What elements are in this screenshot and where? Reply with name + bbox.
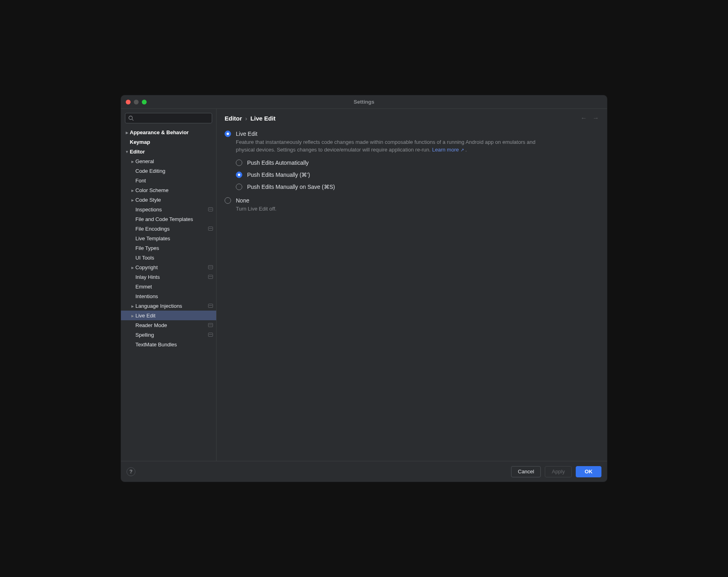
- desc-text: Feature that instantaneously reflects co…: [236, 139, 536, 153]
- tree-item-font[interactable]: Font: [121, 176, 216, 185]
- tree-item-label: Reader Mode: [135, 322, 167, 328]
- scope-badge-icon: [208, 333, 213, 337]
- none-label: None: [236, 197, 249, 204]
- tree-item-label: Live Edit: [135, 313, 155, 319]
- radio-icon: [236, 184, 242, 190]
- tree-item-label: UI Tools: [135, 255, 154, 261]
- tree-item-file-encodings[interactable]: File Encodings: [121, 224, 216, 233]
- settings-tree[interactable]: Appearance & BehaviorKeymapEditorGeneral…: [121, 126, 216, 461]
- scope-badge-icon: [208, 227, 213, 231]
- window-controls: [126, 95, 147, 108]
- none-radio-row[interactable]: None: [225, 197, 599, 204]
- tree-item-label: File and Code Templates: [135, 216, 193, 222]
- ok-button[interactable]: OK: [576, 466, 601, 477]
- live-edit-label: Live Edit: [236, 131, 258, 137]
- tree-item-inspections[interactable]: Inspections: [121, 205, 216, 214]
- history-nav: ← →: [581, 115, 599, 122]
- tree-item-label: Inspections: [135, 207, 162, 213]
- live-edit-description: Feature that instantaneously reflects co…: [236, 139, 541, 154]
- tree-item-label: Live Templates: [135, 235, 170, 241]
- tree-item-label: Code Style: [135, 197, 161, 203]
- learn-more-link[interactable]: Learn more ↗: [432, 147, 464, 153]
- tree-item-language-injections[interactable]: Language Injections: [121, 301, 216, 311]
- push-auto-label: Push Edits Automatically: [247, 160, 309, 166]
- push-auto-row[interactable]: Push Edits Automatically: [236, 160, 599, 166]
- tree-item-ui-tools[interactable]: UI Tools: [121, 253, 216, 262]
- scope-badge-icon: [208, 304, 213, 308]
- minimize-icon[interactable]: [134, 100, 139, 104]
- tree-item-label: TextMate Bundles: [135, 342, 177, 348]
- caret-right-icon[interactable]: [130, 188, 135, 192]
- live-edit-pane: Live Edit Feature that instantaneously r…: [225, 122, 599, 219]
- breadcrumb-sep: ›: [245, 115, 247, 122]
- svg-point-0: [129, 116, 133, 120]
- caret-down-icon[interactable]: [124, 149, 130, 154]
- footer: ? Cancel Apply OK: [121, 461, 607, 482]
- radio-icon: [236, 160, 242, 166]
- breadcrumb-editor[interactable]: Editor: [225, 115, 242, 122]
- desc-text-post: .: [464, 147, 467, 153]
- breadcrumb-row: Editor › Live Edit ← →: [225, 115, 599, 122]
- search-input[interactable]: [125, 113, 212, 123]
- push-on-save-row[interactable]: Push Edits Manually on Save (⌘S): [236, 184, 599, 190]
- tree-item-label: Color Scheme: [135, 187, 168, 193]
- tree-item-file-types[interactable]: File Types: [121, 243, 216, 253]
- titlebar: Settings: [121, 95, 607, 109]
- radio-icon: [225, 197, 231, 204]
- tree-item-label: Copyright: [135, 264, 158, 270]
- tree-item-label: Emmet: [135, 284, 152, 290]
- tree-item-live-templates[interactable]: Live Templates: [121, 233, 216, 243]
- push-on-save-label: Push Edits Manually on Save (⌘S): [247, 184, 335, 190]
- svg-line-1: [132, 119, 134, 121]
- live-edit-option: Live Edit Feature that instantaneously r…: [225, 131, 599, 192]
- forward-icon[interactable]: →: [593, 115, 599, 122]
- close-icon[interactable]: [126, 100, 131, 104]
- back-icon[interactable]: ←: [581, 115, 587, 122]
- caret-right-icon[interactable]: [130, 304, 135, 308]
- caret-right-icon[interactable]: [124, 130, 130, 135]
- caret-right-icon[interactable]: [130, 198, 135, 202]
- tree-item-editor[interactable]: Editor: [121, 147, 216, 156]
- caret-right-icon[interactable]: [130, 159, 135, 164]
- body: Appearance & BehaviorKeymapEditorGeneral…: [121, 109, 607, 461]
- tree-item-label: File Types: [135, 245, 159, 251]
- tree-item-keymap[interactable]: Keymap: [121, 137, 216, 147]
- tree-item-emmet[interactable]: Emmet: [121, 282, 216, 291]
- search-container: [121, 109, 216, 126]
- zoom-icon[interactable]: [142, 100, 147, 104]
- help-button[interactable]: ?: [127, 467, 135, 476]
- tree-item-intentions[interactable]: Intentions: [121, 291, 216, 301]
- breadcrumb: Editor › Live Edit: [225, 115, 276, 122]
- tree-item-code-editing[interactable]: Code Editing: [121, 166, 216, 176]
- tree-item-code-style[interactable]: Code Style: [121, 195, 216, 205]
- apply-button[interactable]: Apply: [545, 466, 572, 477]
- tree-item-general[interactable]: General: [121, 156, 216, 166]
- cancel-button[interactable]: Cancel: [511, 466, 541, 477]
- tree-item-label: Spelling: [135, 332, 154, 338]
- push-manual-row[interactable]: Push Edits Manually (⌘'): [236, 172, 599, 178]
- scope-badge-icon: [208, 207, 213, 211]
- live-edit-radio-row[interactable]: Live Edit: [225, 131, 599, 137]
- tree-item-reader-mode[interactable]: Reader Mode: [121, 320, 216, 330]
- tree-item-spelling[interactable]: Spelling: [121, 330, 216, 340]
- scope-badge-icon: [208, 275, 213, 279]
- tree-item-copyright[interactable]: Copyright: [121, 262, 216, 272]
- tree-item-inlay-hints[interactable]: Inlay Hints: [121, 272, 216, 282]
- tree-item-appearance-behavior[interactable]: Appearance & Behavior: [121, 127, 216, 137]
- tree-item-color-scheme[interactable]: Color Scheme: [121, 185, 216, 195]
- tree-item-textmate-bundles[interactable]: TextMate Bundles: [121, 340, 216, 349]
- tree-item-label: Code Editing: [135, 168, 165, 174]
- live-edit-sub-options: Push Edits Automatically Push Edits Manu…: [236, 160, 599, 192]
- tree-item-file-and-code-templates[interactable]: File and Code Templates: [121, 214, 216, 224]
- push-manual-label: Push Edits Manually (⌘'): [247, 172, 310, 178]
- settings-window: Settings Appearance & BehaviorKeymapEdit…: [121, 95, 607, 482]
- settings-sidebar: Appearance & BehaviorKeymapEditorGeneral…: [121, 109, 217, 461]
- scope-badge-icon: [208, 265, 213, 269]
- caret-right-icon[interactable]: [130, 265, 135, 270]
- tree-item-live-edit[interactable]: Live Edit: [121, 311, 216, 320]
- caret-right-icon[interactable]: [130, 313, 135, 318]
- tree-item-label: Intentions: [135, 293, 158, 299]
- tree-item-label: Editor: [130, 149, 145, 155]
- tree-item-label: Keymap: [130, 139, 150, 145]
- tree-item-label: Font: [135, 178, 146, 184]
